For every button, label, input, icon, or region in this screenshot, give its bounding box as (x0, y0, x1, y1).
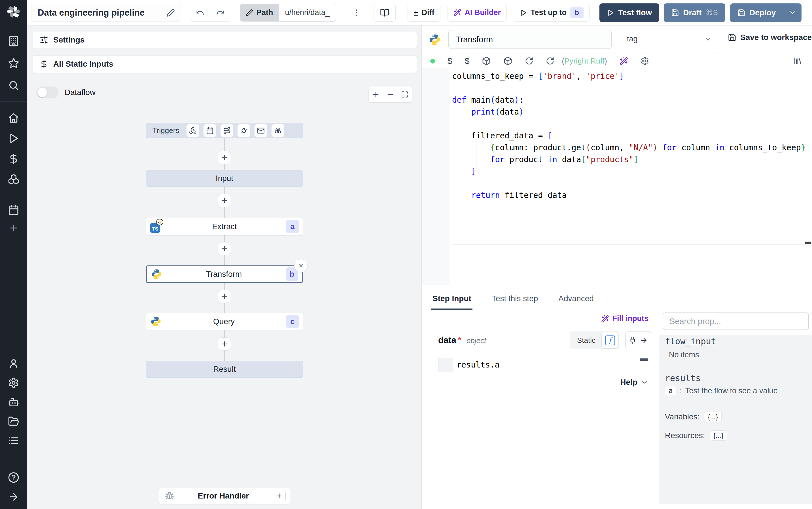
docs-book-button[interactable] (374, 4, 396, 22)
more-menu-kebab-icon[interactable] (352, 8, 361, 17)
query-node[interactable]: Query c (146, 313, 303, 330)
draft-button[interactable]: Draft ⌘S (664, 3, 725, 22)
error-handler-node[interactable]: Error Handler (159, 488, 290, 504)
trigger-email-icon[interactable] (255, 124, 267, 137)
trigger-watch-binoculars-icon[interactable] (271, 124, 284, 137)
editor-settings-gear-icon[interactable] (640, 57, 649, 65)
expand-sidebar-arrow-icon[interactable] (7, 490, 20, 503)
function-mode-option[interactable]: ƒ (602, 332, 618, 348)
chevron-down-icon (641, 379, 648, 386)
trigger-schedule-icon[interactable] (204, 124, 216, 137)
folders-icon[interactable] (7, 415, 20, 428)
package-icon[interactable] (482, 57, 491, 66)
result-node[interactable]: Result (146, 361, 303, 378)
fit-view-button[interactable] (399, 87, 411, 102)
dataflow-toggle[interactable] (36, 87, 59, 98)
tag-select[interactable] (640, 30, 717, 49)
test-flow-label: Test flow (618, 8, 652, 17)
home-icon[interactable] (7, 111, 20, 125)
static-inputs-icon[interactable]: $ (447, 56, 452, 66)
remove-step-close-icon[interactable]: × (294, 259, 308, 272)
test-up-to-button[interactable]: Test up to b (514, 4, 590, 22)
expression-scrollbar-thumb[interactable] (640, 359, 648, 361)
tab-test-this-step[interactable]: Test this step (491, 289, 539, 310)
resources-row[interactable]: Resources: {...} (665, 431, 727, 441)
editor-scrollbar-thumb[interactable] (805, 242, 811, 244)
pencil-icon (246, 9, 253, 16)
trigger-webhook-icon[interactable] (186, 124, 199, 137)
code-editor[interactable]: columns_to_keep = ['brand', 'price'] def… (422, 68, 812, 285)
trigger-websocket-plug-icon[interactable] (237, 124, 250, 137)
variables-dollar-icon[interactable] (7, 152, 20, 165)
variables-icon[interactable]: $ (465, 56, 470, 66)
test-flow-button[interactable]: Test flow (599, 3, 659, 22)
flow-input-prop[interactable]: flow_input (665, 336, 716, 346)
help-dropdown[interactable]: Help (620, 378, 648, 387)
workspace-icon[interactable] (7, 35, 20, 48)
expression-editor[interactable]: results.a (438, 358, 652, 372)
extract-node[interactable]: TS Extract a (146, 218, 303, 235)
path-value[interactable]: u/henri/data_ (279, 4, 336, 22)
variables-value-badge[interactable]: {...} (704, 412, 722, 422)
ai-wand-icon[interactable] (620, 57, 628, 65)
chevron-down-icon[interactable] (788, 9, 797, 17)
zoom-in-button[interactable] (370, 87, 382, 102)
add-step-button[interactable] (218, 151, 231, 164)
static-mode-option[interactable]: Static (571, 336, 602, 345)
runs-play-icon[interactable] (7, 132, 20, 145)
package-icon[interactable] (503, 57, 512, 66)
zoom-out-button[interactable] (384, 87, 397, 102)
resources-boxes-icon[interactable] (7, 173, 20, 186)
tab-step-input[interactable]: Step Input (431, 289, 473, 310)
edit-title-pencil-icon[interactable] (167, 8, 175, 17)
windmill-logo[interactable] (6, 4, 22, 20)
fill-inputs-button[interactable]: Fill inputs (422, 314, 649, 323)
bug-icon (165, 491, 174, 501)
result-a-row[interactable]: a : Test the flow to see a value (665, 386, 778, 396)
audit-logs-list-icon[interactable] (7, 434, 20, 447)
transform-node[interactable]: Transform b × (146, 265, 303, 283)
search-prop-input[interactable] (663, 312, 809, 330)
play-icon (607, 9, 614, 16)
add-error-handler-button[interactable] (273, 490, 286, 502)
settings-gear-icon[interactable] (7, 376, 20, 389)
trigger-route-icon[interactable] (221, 124, 233, 137)
resources-value-badge[interactable]: {...} (710, 431, 727, 441)
input-node[interactable]: Input (146, 170, 303, 186)
reload-icon[interactable] (546, 57, 554, 65)
add-step-button[interactable] (218, 290, 231, 303)
add-step-button[interactable] (218, 337, 231, 350)
flow-title-box[interactable]: Data engineering pipeline (31, 4, 181, 22)
result-key-badge[interactable]: a (665, 386, 676, 396)
results-prop[interactable]: results (665, 373, 701, 383)
undo-button[interactable] (190, 4, 210, 21)
arrow-right-icon[interactable] (640, 337, 648, 344)
favorites-star-icon[interactable] (7, 57, 20, 70)
help-icon[interactable] (7, 471, 20, 484)
step-name-input[interactable] (448, 30, 612, 49)
user-icon[interactable] (7, 357, 20, 370)
library-icon[interactable] (793, 57, 802, 66)
workers-robot-icon[interactable] (7, 396, 20, 409)
plug-icon[interactable] (629, 337, 636, 344)
path-button[interactable]: Path u/henri/data_ (240, 4, 336, 22)
deploy-button[interactable]: Deploy (730, 3, 802, 22)
triggers-node[interactable]: Triggers (146, 123, 303, 138)
ai-builder-button[interactable]: AI Builder (447, 4, 507, 22)
add-plus-icon[interactable] (7, 222, 20, 235)
schedules-calendar-icon[interactable] (7, 203, 20, 216)
redo-button[interactable] (210, 4, 230, 21)
add-step-button[interactable] (218, 194, 231, 207)
diff-button[interactable]: ± Diff (408, 4, 440, 22)
expression-value[interactable]: results.a (453, 358, 652, 372)
wand-sparkles-icon (601, 315, 609, 323)
search-icon[interactable] (7, 79, 20, 92)
variables-row[interactable]: Variables: {...} (665, 412, 722, 422)
add-step-button[interactable] (218, 242, 231, 255)
reload-icon[interactable] (525, 57, 533, 65)
tab-advanced[interactable]: Advanced (557, 289, 595, 310)
flow-settings-card[interactable]: Settings (33, 31, 417, 49)
field-type: object (467, 336, 486, 345)
all-static-inputs-card[interactable]: All Static Inputs (33, 55, 417, 73)
save-to-workspace-button[interactable]: Save to workspace (728, 33, 812, 42)
